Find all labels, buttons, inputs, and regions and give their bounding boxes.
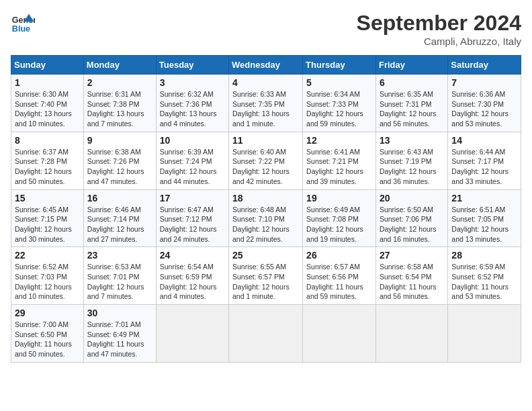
day-number: 20 [380,193,444,203]
day-detail: Sunrise: 7:00 AM Sunset: 6:50 PM Dayligh… [15,320,80,359]
day-number: 22 [15,250,80,261]
day-detail: Sunrise: 6:53 AM Sunset: 7:01 PM Dayligh… [87,262,152,302]
day-cell: 9Sunrise: 6:38 AM Sunset: 7:26 PM Daylig… [83,132,156,189]
day-cell [229,305,303,363]
day-detail: Sunrise: 6:50 AM Sunset: 7:06 PM Dayligh… [380,205,444,244]
day-cell: 16Sunrise: 6:46 AM Sunset: 7:14 PM Dayli… [83,189,156,247]
col-sunday: Sunday [11,56,84,75]
day-number: 13 [380,135,444,146]
day-number: 21 [451,193,517,203]
day-detail: Sunrise: 6:57 AM Sunset: 6:56 PM Dayligh… [306,262,372,302]
day-cell: 22Sunrise: 6:52 AM Sunset: 7:03 PM Dayli… [11,247,84,305]
day-number: 8 [15,135,80,146]
day-detail: Sunrise: 6:46 AM Sunset: 7:14 PM Dayligh… [87,205,152,244]
day-number: 17 [160,193,225,203]
day-cell: 5Sunrise: 6:34 AM Sunset: 7:33 PM Daylig… [303,75,376,132]
day-number: 29 [15,308,80,318]
day-detail: Sunrise: 6:34 AM Sunset: 7:33 PM Dayligh… [306,89,372,129]
day-number: 7 [451,77,517,88]
day-number: 24 [160,250,225,261]
day-cell: 3Sunrise: 6:32 AM Sunset: 7:36 PM Daylig… [156,75,228,132]
day-cell: 10Sunrise: 6:39 AM Sunset: 7:24 PM Dayli… [156,132,228,189]
week-row-5: 29Sunrise: 7:00 AM Sunset: 6:50 PM Dayli… [11,305,521,363]
day-cell: 6Sunrise: 6:35 AM Sunset: 7:31 PM Daylig… [375,75,447,132]
day-cell: 27Sunrise: 6:58 AM Sunset: 6:54 PM Dayli… [375,247,447,305]
day-cell: 19Sunrise: 6:49 AM Sunset: 7:08 PM Dayli… [303,189,376,247]
day-detail: Sunrise: 6:55 AM Sunset: 6:57 PM Dayligh… [232,262,299,302]
day-number: 30 [87,308,152,318]
day-number: 23 [87,250,152,261]
day-cell: 13Sunrise: 6:43 AM Sunset: 7:19 PM Dayli… [375,132,447,189]
day-detail: Sunrise: 6:36 AM Sunset: 7:30 PM Dayligh… [451,89,517,129]
day-cell: 1Sunrise: 6:30 AM Sunset: 7:40 PM Daylig… [11,75,84,132]
day-detail: Sunrise: 6:54 AM Sunset: 6:59 PM Dayligh… [160,262,225,302]
day-number: 12 [306,135,372,146]
day-cell: 28Sunrise: 6:59 AM Sunset: 6:52 PM Dayli… [448,247,521,305]
day-cell: 25Sunrise: 6:55 AM Sunset: 6:57 PM Dayli… [229,247,303,305]
day-cell: 18Sunrise: 6:48 AM Sunset: 7:10 PM Dayli… [229,189,303,247]
day-number: 16 [87,193,152,203]
header-row: Sunday Monday Tuesday Wednesday Thursday… [11,56,521,75]
day-detail: Sunrise: 7:01 AM Sunset: 6:49 PM Dayligh… [87,320,152,359]
day-number: 2 [87,77,152,88]
day-cell: 30Sunrise: 7:01 AM Sunset: 6:49 PM Dayli… [83,305,156,363]
day-number: 28 [451,250,517,261]
day-cell: 2Sunrise: 6:31 AM Sunset: 7:38 PM Daylig… [83,75,156,132]
day-detail: Sunrise: 6:43 AM Sunset: 7:19 PM Dayligh… [380,147,444,187]
day-number: 18 [232,193,299,203]
location-subtitle: Campli, Abruzzo, Italy [357,36,521,47]
day-number: 11 [232,135,299,146]
day-detail: Sunrise: 6:59 AM Sunset: 6:52 PM Dayligh… [451,262,517,302]
day-cell: 20Sunrise: 6:50 AM Sunset: 7:06 PM Dayli… [375,189,447,247]
day-detail: Sunrise: 6:31 AM Sunset: 7:38 PM Dayligh… [87,89,152,129]
day-cell: 15Sunrise: 6:45 AM Sunset: 7:15 PM Dayli… [11,189,84,247]
day-cell: 14Sunrise: 6:44 AM Sunset: 7:17 PM Dayli… [448,132,521,189]
day-cell: 26Sunrise: 6:57 AM Sunset: 6:56 PM Dayli… [303,247,376,305]
day-detail: Sunrise: 6:40 AM Sunset: 7:22 PM Dayligh… [232,147,299,187]
day-number: 9 [87,135,152,146]
day-detail: Sunrise: 6:30 AM Sunset: 7:40 PM Dayligh… [15,89,80,129]
day-cell: 24Sunrise: 6:54 AM Sunset: 6:59 PM Dayli… [156,247,228,305]
day-detail: Sunrise: 6:44 AM Sunset: 7:17 PM Dayligh… [451,147,517,187]
col-thursday: Thursday [303,56,376,75]
day-number: 14 [451,135,517,146]
week-row-3: 15Sunrise: 6:45 AM Sunset: 7:15 PM Dayli… [11,189,521,247]
day-number: 27 [380,250,444,261]
day-number: 6 [380,77,444,88]
day-cell: 21Sunrise: 6:51 AM Sunset: 7:05 PM Dayli… [448,189,521,247]
day-cell: 7Sunrise: 6:36 AM Sunset: 7:30 PM Daylig… [448,75,521,132]
logo-icon: General Blue [11,11,35,35]
title-block: September 2024 Campli, Abruzzo, Italy [357,11,521,47]
day-detail: Sunrise: 6:38 AM Sunset: 7:26 PM Dayligh… [87,147,152,187]
day-cell [375,305,447,363]
day-number: 1 [15,77,80,88]
logo: General Blue [11,11,35,35]
col-friday: Friday [375,56,447,75]
col-saturday: Saturday [448,56,521,75]
day-cell: 23Sunrise: 6:53 AM Sunset: 7:01 PM Dayli… [83,247,156,305]
day-number: 19 [306,193,372,203]
day-detail: Sunrise: 6:47 AM Sunset: 7:12 PM Dayligh… [160,205,225,244]
day-detail: Sunrise: 6:33 AM Sunset: 7:35 PM Dayligh… [232,89,299,129]
day-cell [448,305,521,363]
day-detail: Sunrise: 6:32 AM Sunset: 7:36 PM Dayligh… [160,89,225,129]
calendar-body: 1Sunrise: 6:30 AM Sunset: 7:40 PM Daylig… [11,75,521,363]
col-wednesday: Wednesday [229,56,303,75]
day-number: 10 [160,135,225,146]
month-title: September 2024 [357,11,521,36]
calendar-table: Sunday Monday Tuesday Wednesday Thursday… [11,55,521,363]
day-detail: Sunrise: 6:45 AM Sunset: 7:15 PM Dayligh… [15,205,80,244]
day-cell [156,305,228,363]
week-row-2: 8Sunrise: 6:37 AM Sunset: 7:28 PM Daylig… [11,132,521,189]
day-number: 4 [232,77,299,88]
day-cell: 17Sunrise: 6:47 AM Sunset: 7:12 PM Dayli… [156,189,228,247]
day-cell: 8Sunrise: 6:37 AM Sunset: 7:28 PM Daylig… [11,132,84,189]
day-number: 3 [160,77,225,88]
day-detail: Sunrise: 6:35 AM Sunset: 7:31 PM Dayligh… [380,89,444,129]
day-detail: Sunrise: 6:51 AM Sunset: 7:05 PM Dayligh… [451,205,517,244]
day-cell [303,305,376,363]
day-detail: Sunrise: 6:52 AM Sunset: 7:03 PM Dayligh… [15,262,80,302]
day-detail: Sunrise: 6:49 AM Sunset: 7:08 PM Dayligh… [306,205,372,244]
day-detail: Sunrise: 6:41 AM Sunset: 7:21 PM Dayligh… [306,147,372,187]
day-cell: 4Sunrise: 6:33 AM Sunset: 7:35 PM Daylig… [229,75,303,132]
